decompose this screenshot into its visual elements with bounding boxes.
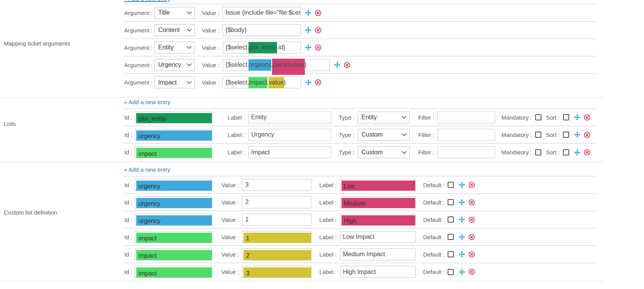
value-input[interactable]: {$select.impact.value}: [223, 76, 301, 88]
type-label: Type :: [339, 132, 355, 138]
argument-select[interactable]: Content: [154, 24, 195, 36]
id-input[interactable]: urgency: [135, 129, 212, 141]
custom-list-row: Id : urgency Value : 3 Label : Low Defau…: [123, 176, 596, 194]
type-select[interactable]: Custom: [358, 146, 410, 158]
move-icon[interactable]: [574, 114, 581, 121]
argument-label: Argument :: [124, 79, 154, 86]
highlight-value: 3: [243, 267, 311, 278]
value-input[interactable]: {$select.urgency.placeholder}: [223, 59, 330, 71]
mandatory-checkbox[interactable]: [535, 149, 541, 155]
type-label: Type :: [339, 149, 355, 155]
delete-icon[interactable]: [344, 62, 350, 68]
default-checkbox[interactable]: [448, 199, 454, 205]
value-input[interactable]: 3: [242, 266, 311, 278]
id-input[interactable]: urgency: [135, 179, 212, 191]
delete-icon[interactable]: [468, 216, 475, 223]
sort-checkbox[interactable]: [563, 132, 569, 138]
value-input[interactable]: Issue {include file="file:$cer: [223, 7, 301, 19]
delete-icon[interactable]: [315, 44, 321, 51]
label-input[interactable]: Impact: [248, 146, 331, 158]
default-checkbox[interactable]: [448, 234, 454, 240]
mapping-row: Argument : Content Value : {$body}: [123, 22, 596, 39]
type-select[interactable]: Entity: [358, 112, 410, 123]
move-icon[interactable]: [458, 269, 465, 275]
delete-icon[interactable]: [315, 27, 321, 34]
sort-checkbox[interactable]: [563, 149, 569, 155]
move-icon[interactable]: [574, 149, 581, 156]
value-input[interactable]: 2: [242, 248, 311, 260]
move-icon[interactable]: [334, 61, 341, 68]
delete-icon[interactable]: [468, 199, 475, 206]
value-label: Value :: [202, 10, 220, 16]
value-input[interactable]: {$body}: [223, 24, 301, 36]
id-input[interactable]: impact: [135, 248, 212, 260]
value-text: {$body}: [226, 27, 247, 34]
delete-icon[interactable]: [315, 79, 321, 86]
move-icon[interactable]: [305, 9, 312, 16]
default-checkbox[interactable]: [448, 269, 454, 275]
id-input[interactable]: impact: [135, 231, 212, 243]
mandatory-checkbox[interactable]: [535, 114, 541, 120]
value-input[interactable]: 2: [242, 196, 311, 208]
delete-icon[interactable]: [468, 234, 475, 240]
value-input[interactable]: 1: [242, 231, 311, 243]
filter-input[interactable]: [437, 146, 495, 158]
filter-input[interactable]: [437, 112, 495, 123]
default-checkbox[interactable]: [448, 216, 454, 223]
id-input[interactable]: impact: [135, 146, 212, 158]
id-input[interactable]: urgency: [135, 214, 212, 226]
delete-icon[interactable]: [584, 149, 590, 155]
sort-checkbox[interactable]: [563, 114, 569, 120]
label-input[interactable]: High Impact: [340, 266, 416, 278]
delete-icon[interactable]: [468, 182, 475, 188]
move-icon[interactable]: [574, 131, 581, 138]
highlight-glpi-entity: glpi_entity: [136, 113, 212, 123]
move-icon[interactable]: [305, 27, 312, 34]
id-input[interactable]: impact: [135, 266, 212, 278]
type-select[interactable]: Custom: [358, 129, 410, 141]
argument-select[interactable]: Impact: [154, 76, 195, 88]
default-checkbox[interactable]: [448, 251, 454, 257]
highlight-placeholder: placeholder: [272, 61, 304, 68]
label-input[interactable]: Medium Impact: [340, 248, 416, 260]
filter-input[interactable]: [437, 129, 495, 141]
id-input[interactable]: glpi_entity: [135, 112, 212, 123]
label-input[interactable]: Low: [340, 179, 416, 191]
value-input[interactable]: {$select.glpi_entity.id}: [223, 42, 301, 54]
argument-select[interactable]: Urgency: [154, 59, 195, 71]
move-icon[interactable]: [458, 216, 465, 223]
value-text: Issue {include file="file:$cer: [226, 9, 301, 16]
mandatory-checkbox[interactable]: [535, 132, 541, 138]
value-input[interactable]: 1: [242, 214, 311, 226]
move-icon[interactable]: [458, 251, 465, 258]
label-input[interactable]: Urgency: [248, 129, 331, 141]
value-label: Value :: [221, 199, 239, 206]
type-label: Type :: [339, 114, 355, 121]
default-label: Default :: [423, 182, 445, 188]
move-icon[interactable]: [305, 44, 312, 51]
move-icon[interactable]: [458, 181, 465, 188]
value-input[interactable]: 3: [242, 179, 311, 191]
move-icon[interactable]: [305, 79, 312, 86]
move-icon[interactable]: [458, 199, 465, 206]
argument-select[interactable]: Entity: [154, 42, 195, 54]
id-input[interactable]: urgency: [135, 196, 212, 208]
label-input[interactable]: Medium: [340, 196, 416, 208]
id-label: Id :: [124, 251, 132, 258]
argument-select[interactable]: Title: [154, 7, 195, 19]
delete-icon[interactable]: [315, 10, 321, 16]
divider: [0, 97, 603, 98]
move-icon[interactable]: [458, 233, 465, 240]
delete-icon[interactable]: [468, 269, 475, 275]
delete-icon[interactable]: [468, 251, 475, 258]
label-input[interactable]: Entity: [248, 112, 331, 123]
lists-rows: Id : glpi_entity Label : Entity Type : E…: [123, 108, 596, 161]
delete-icon[interactable]: [584, 132, 590, 138]
add-entry-link-lists[interactable]: + Add a new entry: [124, 99, 171, 105]
delete-icon[interactable]: [584, 114, 590, 121]
add-entry-link-custom[interactable]: + Add a new entry: [124, 166, 171, 173]
add-entry-link-mapping[interactable]: + Add a new entry: [124, 0, 171, 2]
label-input[interactable]: High: [340, 214, 416, 226]
label-input[interactable]: Low Impact: [340, 231, 416, 243]
default-checkbox[interactable]: [448, 182, 454, 188]
